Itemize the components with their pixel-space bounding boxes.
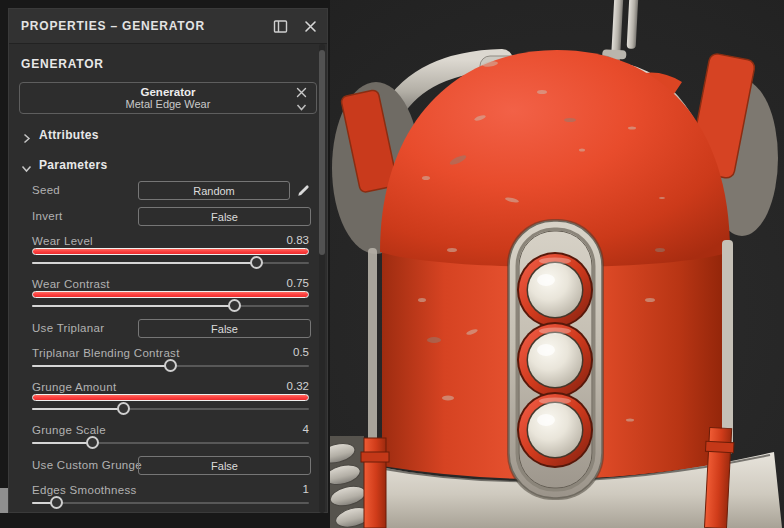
slider-knob[interactable]	[86, 436, 99, 449]
slider-track[interactable]	[32, 402, 309, 415]
close-icon[interactable]	[301, 17, 319, 35]
param-row-wear-level: Wear Level0.83	[32, 233, 309, 269]
dock-layout-icon[interactable]	[271, 17, 289, 35]
slider-track[interactable]	[32, 496, 309, 509]
chevron-down-icon[interactable]	[295, 99, 308, 110]
slider-track[interactable]	[32, 256, 309, 269]
param-value: 0.32	[287, 380, 309, 392]
generator-selector-value: Metal Edge Wear	[20, 98, 316, 110]
pencil-edit-icon[interactable]	[296, 183, 311, 198]
slider-knob[interactable]	[250, 256, 263, 269]
generator-selector[interactable]: Generator Metal Edge Wear	[19, 82, 317, 114]
panel-title: PROPERTIES – GENERATOR	[21, 19, 205, 33]
param-label: Use Triplanar	[32, 322, 104, 334]
param-row-wear-contrast: Wear Contrast0.75	[32, 276, 309, 312]
parameters-group-header[interactable]: Parameters	[21, 156, 327, 174]
viewport-3d[interactable]	[330, 0, 784, 528]
param-value: 0.75	[287, 277, 309, 289]
param-row-use-custom-grunge: Use Custom GrungeFalse	[32, 456, 309, 475]
modified-value-bar	[32, 291, 309, 298]
slider-knob[interactable]	[117, 402, 130, 415]
param-label: Grunge Scale	[32, 424, 106, 436]
slider-track[interactable]	[32, 359, 309, 372]
chevron-down-icon	[21, 160, 32, 171]
slider-fill	[32, 262, 256, 264]
toggle-button[interactable]: False	[138, 207, 311, 226]
modified-value-bar	[32, 248, 309, 255]
slider-knob[interactable]	[228, 299, 241, 312]
toggle-button[interactable]: False	[138, 456, 311, 475]
param-value: 0.5	[293, 346, 309, 358]
attributes-group-label: Attributes	[39, 128, 99, 142]
param-label: Triplanar Blending Contrast	[32, 347, 180, 359]
slider-fill	[32, 365, 171, 367]
slider-knob[interactable]	[164, 359, 177, 372]
slider-track[interactable]	[32, 299, 309, 312]
generator-section-title: GENERATOR	[21, 57, 327, 72]
param-row-edges-smoothness: Edges Smoothness1	[32, 482, 309, 509]
slider-groove	[32, 502, 309, 504]
edge-scrollbar-thumb[interactable]	[0, 488, 8, 513]
parameters-list: SeedRandomInvertFalseWear Level0.83Wear …	[9, 181, 327, 509]
random-seed-button[interactable]: Random	[138, 181, 290, 200]
param-label: Wear Contrast	[32, 278, 110, 290]
param-row-seed: SeedRandom	[32, 181, 309, 200]
param-label: Use Custom Grunge	[32, 459, 142, 471]
robot-antenna	[602, 0, 639, 65]
robot-button-light-2	[517, 322, 593, 398]
panel-header[interactable]: PROPERTIES – GENERATOR	[9, 9, 327, 44]
slider-fill	[32, 408, 123, 410]
modified-value-bar	[32, 394, 309, 401]
robot-rail-right	[722, 240, 733, 454]
robot-strap-left	[361, 438, 389, 528]
toggle-button[interactable]: False	[138, 319, 311, 338]
clear-generator-icon[interactable]	[295, 85, 308, 98]
robot-button-light-1	[517, 252, 593, 328]
param-value: 1	[303, 483, 309, 495]
slider-track[interactable]	[32, 436, 309, 449]
slider-fill	[32, 442, 93, 444]
panel-scrollbar[interactable]	[319, 44, 325, 513]
param-row-grunge-amount: Grunge Amount0.32	[32, 379, 309, 415]
param-value: 4	[303, 423, 309, 435]
slider-fill	[32, 305, 234, 307]
param-row-invert: InvertFalse	[32, 207, 309, 226]
robot-model-render	[330, 0, 784, 528]
param-row-grunge-scale: Grunge Scale4	[32, 422, 309, 449]
chevron-right-icon	[21, 130, 32, 141]
attributes-group-header[interactable]: Attributes	[21, 126, 327, 144]
param-value: 0.83	[287, 234, 309, 246]
param-row-triplanar-blending-contrast: Triplanar Blending Contrast0.5	[32, 345, 309, 372]
panel-scrollbar-thumb[interactable]	[319, 50, 325, 255]
param-label: Edges Smoothness	[32, 484, 137, 496]
robot-button-light-3	[517, 392, 593, 468]
slider-knob[interactable]	[50, 496, 63, 509]
param-label: Invert	[32, 210, 63, 222]
parameters-group-label: Parameters	[39, 158, 107, 172]
param-label: Grunge Amount	[32, 381, 116, 393]
param-row-use-triplanar: Use TriplanarFalse	[32, 319, 309, 338]
param-label: Wear Level	[32, 235, 93, 247]
generator-selector-label: Generator	[20, 86, 316, 98]
param-label: Seed	[32, 184, 60, 196]
panel-body: GENERATOR Generator Metal Edge Wear Attr…	[9, 44, 327, 513]
properties-panel: PROPERTIES – GENERATOR GENERATOR Generat…	[8, 8, 328, 513]
robot-rail-left	[368, 248, 377, 456]
